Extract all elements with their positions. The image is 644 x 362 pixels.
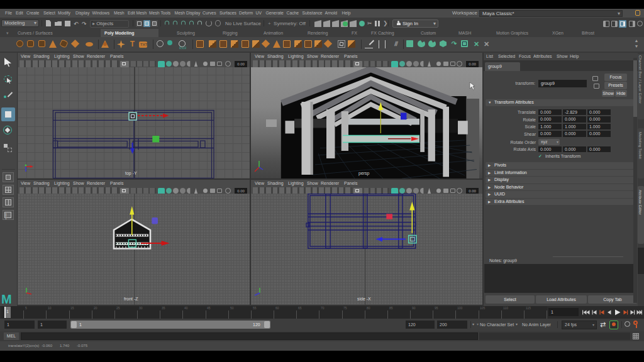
svg-text:front -Z: front -Z — [124, 297, 138, 301]
svg-text:side -X: side -X — [357, 297, 371, 301]
svg-text:top -Y: top -Y — [125, 171, 137, 176]
svg-text:persp: persp — [358, 171, 370, 176]
